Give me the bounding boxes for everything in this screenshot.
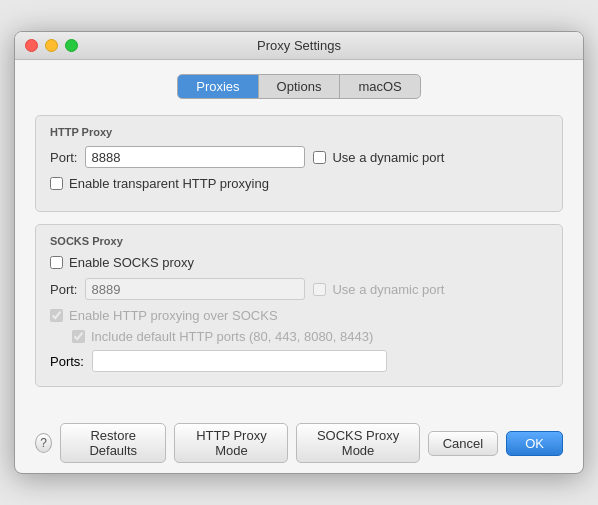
tab-options[interactable]: Options [259, 75, 341, 98]
ok-button[interactable]: OK [506, 431, 563, 456]
titlebar: Proxy Settings [15, 32, 583, 60]
socks-http-over-socks-checkbox[interactable] [50, 309, 63, 322]
maximize-button[interactable] [65, 39, 78, 52]
socks-ports-row: Ports: [50, 350, 548, 372]
socks-port-input[interactable] [85, 278, 305, 300]
footer: ? Restore Defaults HTTP Proxy Mode SOCKS… [15, 413, 583, 473]
socks-proxy-section: SOCKS Proxy Enable SOCKS proxy Port: Use… [35, 224, 563, 387]
window-controls [25, 39, 78, 52]
socks-include-defaults-checkbox[interactable] [72, 330, 85, 343]
socks-ports-input[interactable] [92, 350, 387, 372]
http-port-input[interactable] [85, 146, 305, 168]
socks-port-label: Port: [50, 282, 77, 297]
tab-group: Proxies Options macOS [177, 74, 421, 99]
http-port-label: Port: [50, 150, 77, 165]
http-transparent-label: Enable transparent HTTP proxying [69, 176, 269, 191]
tab-bar: Proxies Options macOS [35, 74, 563, 99]
socks-ports-label: Ports: [50, 354, 84, 369]
http-transparent-row: Enable transparent HTTP proxying [50, 176, 548, 191]
http-proxy-mode-button[interactable]: HTTP Proxy Mode [174, 423, 288, 463]
socks-include-defaults-label: Include default HTTP ports (80, 443, 808… [91, 329, 373, 344]
minimize-button[interactable] [45, 39, 58, 52]
socks-http-over-socks-label: Enable HTTP proxying over SOCKS [69, 308, 278, 323]
tab-proxies[interactable]: Proxies [178, 75, 258, 98]
proxy-settings-window: Proxy Settings Proxies Options macOS HTT… [14, 31, 584, 474]
socks-enable-label: Enable SOCKS proxy [69, 255, 194, 270]
http-dynamic-port-label: Use a dynamic port [332, 150, 444, 165]
http-proxy-title: HTTP Proxy [50, 126, 548, 138]
socks-include-defaults-container: Include default HTTP ports (80, 443, 808… [72, 329, 548, 344]
footer-right-buttons: Cancel OK [428, 431, 563, 456]
help-button[interactable]: ? [35, 433, 52, 453]
http-dynamic-port-checkbox[interactable] [313, 151, 326, 164]
socks-port-row: Port: Use a dynamic port [50, 278, 548, 300]
socks-proxy-mode-button[interactable]: SOCKS Proxy Mode [296, 423, 419, 463]
http-port-row: Port: Use a dynamic port [50, 146, 548, 168]
socks-enable-checkbox[interactable] [50, 256, 63, 269]
socks-dynamic-port-label: Use a dynamic port [332, 282, 444, 297]
socks-dynamic-port-checkbox[interactable] [313, 283, 326, 296]
tab-macos[interactable]: macOS [340, 75, 419, 98]
main-content: Proxies Options macOS HTTP Proxy Port: U… [15, 60, 583, 413]
socks-dynamic-port-row: Use a dynamic port [313, 282, 444, 297]
socks-include-defaults-row: Include default HTTP ports (80, 443, 808… [72, 329, 548, 344]
close-button[interactable] [25, 39, 38, 52]
socks-enable-row: Enable SOCKS proxy [50, 255, 548, 270]
cancel-button[interactable]: Cancel [428, 431, 498, 456]
window-title: Proxy Settings [257, 38, 341, 53]
http-dynamic-port-row: Use a dynamic port [313, 150, 444, 165]
socks-proxy-title: SOCKS Proxy [50, 235, 548, 247]
footer-left-buttons: Restore Defaults HTTP Proxy Mode SOCKS P… [60, 423, 420, 463]
socks-http-over-socks-row: Enable HTTP proxying over SOCKS [50, 308, 548, 323]
restore-defaults-button[interactable]: Restore Defaults [60, 423, 166, 463]
http-proxy-section: HTTP Proxy Port: Use a dynamic port Enab… [35, 115, 563, 212]
http-transparent-checkbox[interactable] [50, 177, 63, 190]
